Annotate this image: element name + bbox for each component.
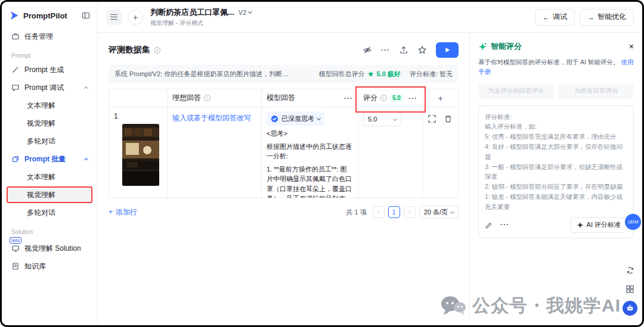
row-image-thumbnail[interactable] (122, 124, 159, 186)
criteria-more-icon[interactable]: ··· (500, 219, 509, 231)
sidebar-item-prompt-batch[interactable]: Prompt 批量 (7, 151, 92, 167)
score-badge: 5.0 (390, 94, 403, 102)
sidebar-item-label: 任务管理 (24, 32, 53, 42)
more-actions-icon[interactable]: ··· (381, 46, 390, 54)
version-select[interactable]: V2 (239, 9, 252, 16)
sidebar-item-vision-solution[interactable]: beta 视觉理解 Solution (7, 240, 92, 257)
apps-grid-icon[interactable] (624, 282, 637, 295)
layers-icon (11, 155, 20, 163)
table-footer: + 添加行 共 1 项 ‹ 1 › 20 条/页 (109, 205, 459, 219)
arrow-right-icon: → (587, 13, 595, 21)
floating-badge[interactable]: 181M (625, 214, 641, 230)
menu-icon[interactable] (106, 10, 122, 25)
plus-icon: + (109, 208, 113, 216)
favorite-star-icon[interactable] (417, 45, 427, 55)
ideal-answer-placeholder[interactable]: 输入或基于模型回答改写 (172, 114, 251, 122)
page-title-text: 评测数据集 (109, 45, 150, 55)
model-answer-cell[interactable]: 已深度思考 <思考> 根据图片描述中的员工状态逐一分析: 1. **最前方操作的… (262, 107, 358, 198)
add-column-button[interactable]: + (423, 89, 458, 107)
row-index-cell: 1 (109, 107, 168, 198)
debug-button[interactable]: ← 调试 (535, 9, 575, 26)
score-all-button[interactable]: 为所有回答评分 (559, 83, 634, 99)
delete-row-icon[interactable] (444, 114, 453, 123)
next-page-button[interactable]: › (404, 206, 416, 218)
sidebar-item-label: Prompt 生成 (24, 65, 64, 75)
plus-icon: + (438, 94, 442, 103)
add-task-button[interactable]: + (128, 10, 143, 25)
export-icon[interactable] (399, 45, 408, 55)
sidebar-item-label: 文本理解 (27, 101, 55, 111)
hide-columns-icon[interactable] (363, 45, 372, 55)
row-score-value: 5.0 (368, 116, 377, 123)
sidebar-item-prompt-debug[interactable]: Prompt 调试 (7, 79, 92, 96)
row-score-select[interactable]: 5.0 (363, 112, 401, 126)
criteria-status: 评分标准: 暂无 (410, 70, 453, 79)
sidebar-item-batch-text[interactable]: 文本理解 (7, 169, 92, 185)
wechat-bubbles-icon (440, 295, 466, 317)
column-more-icon[interactable]: ··· (344, 94, 353, 102)
top-actions: ← 调试 → 智能优化 (535, 9, 634, 26)
system-prompt-bar[interactable]: 系统 Prompt/V2: 你的任务是根据奶茶店的图片描述，判断奶茶... 模型… (109, 65, 459, 83)
column-label: 模型回答 (267, 93, 295, 103)
sidebar-item-label: Prompt 调试 (24, 83, 64, 93)
document-title: 判断奶茶店员工口罩佩... (150, 7, 234, 18)
close-icon[interactable]: × (629, 42, 634, 51)
sidebar-collapse-icon[interactable] (82, 11, 90, 20)
prev-page-button[interactable]: ‹ (373, 206, 385, 218)
model-answer-text: <思考> (267, 129, 353, 139)
check-circle-icon (271, 115, 278, 123)
sidebar-item-debug-multiturn[interactable]: 多轮对话 (7, 133, 92, 150)
plus-icon: + (133, 13, 138, 22)
body-row: 评测数据集 i ··· (98, 33, 642, 325)
sidebar-item-label: 视觉理解 (27, 119, 55, 129)
prev-icon: ‹ (377, 208, 380, 216)
sidebar-item-label: 多轮对话 (27, 208, 55, 218)
sidebar-item-task-management[interactable]: 任务管理 (7, 28, 92, 45)
assistant-icon[interactable] (623, 301, 637, 316)
system-prompt-text: 系统 Prompt/V2: 你的任务是根据奶茶店的图片描述，判断奶茶... (114, 70, 290, 79)
document-title-block: 判断奶茶店员工口罩佩... V2 视觉理解 - 评分模式 (150, 7, 252, 27)
expand-row-icon[interactable] (428, 114, 436, 123)
sidebar-item-batch-multiturn[interactable]: 多轮对话 (7, 204, 92, 221)
ideal-answer-cell[interactable]: 输入或基于模型回答改写 (168, 107, 262, 198)
panel-description-text: 基于你对模型回答的评分标准，用于 AI 智能评分。 (478, 58, 619, 66)
info-icon: i (154, 47, 160, 54)
sidebar-item-label: 视觉理解 Solution (24, 244, 81, 254)
info-icon: i (380, 95, 387, 101)
dataset-toolbar: ··· (363, 42, 459, 58)
briefcase-icon (11, 32, 20, 41)
current-page-button[interactable]: 1 (388, 206, 400, 218)
smart-optimize-button[interactable]: → 智能优化 (580, 9, 634, 26)
dataset-table: 理想回答 i 模型回答 ··· 评分 i 5.0 ··· (109, 89, 459, 198)
sidebar: PromptPilot 任务管理 Prompt Prompt 生成 Prompt… (2, 2, 98, 325)
sidebar-item-debug-text[interactable]: 文本理解 (7, 97, 92, 114)
sidebar-item-debug-vision[interactable]: 视觉理解 (7, 115, 92, 132)
sidebar-item-prompt-generate[interactable]: Prompt 生成 (7, 61, 92, 78)
score-cell: 5.0 (358, 107, 423, 198)
criteria-line: 1: 较差 - 模型回答未能满足关键要求，内容极少或无关紧要 (485, 192, 627, 212)
ai-criteria-button[interactable]: AI 评分标准 (570, 217, 627, 233)
app-logo-icon (9, 10, 20, 21)
column-header-index (109, 89, 168, 107)
sidebar-item-label: 视觉理解 (27, 190, 55, 200)
sidebar-item-batch-vision[interactable]: 视觉理解 (7, 186, 92, 203)
deep-think-badge[interactable]: 已深度思考 (267, 112, 324, 126)
run-button[interactable] (436, 42, 459, 58)
model-answer-text: 1. **最前方操作的员工**: 图片中明确显示其佩戴了白色口罩（口罩挂在耳朵上… (267, 164, 353, 198)
column-more-icon[interactable]: ··· (408, 94, 417, 102)
add-row-button[interactable]: + 添加行 (109, 207, 137, 217)
page-size-select[interactable]: 20 条/页 (419, 205, 459, 219)
sidebar-item-knowledge-base[interactable]: 知识库 (7, 258, 92, 275)
watermark-text: 公众号・我姚学AI (472, 294, 621, 318)
criteria-textarea[interactable]: 评分标准: 输入评分标准，如: 5: 优秀 - 模型回答完全满足所有要求，理由充… (478, 105, 634, 238)
debug-button-label: 调试 (553, 12, 567, 22)
panel-description: 基于你对模型回答的评分标准，用于 AI 智能评分。 使用手册 (478, 57, 634, 77)
refresh-expand-icon[interactable] (624, 264, 637, 277)
sidebar-item-label: 知识库 (24, 261, 46, 272)
edit-icon[interactable] (485, 221, 493, 229)
sidebar-section-solution: Solution (11, 229, 92, 235)
column-label: 理想回答 (172, 93, 201, 103)
version-label: V2 (239, 9, 246, 16)
score-unscored-button[interactable]: 为未评分的回答评分 (478, 83, 554, 99)
chevron-up-icon (85, 155, 88, 163)
